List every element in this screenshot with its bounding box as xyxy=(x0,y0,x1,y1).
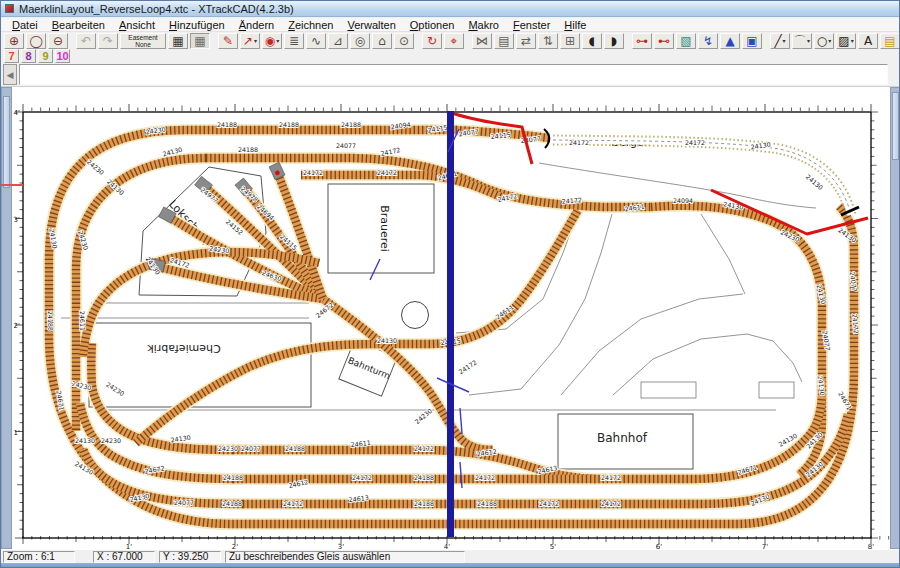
dropdown-arrow-icon[interactable]: ▾ xyxy=(828,38,831,44)
dropdown-arrow-icon[interactable]: ▾ xyxy=(851,38,854,44)
layer-button-9[interactable]: 9 xyxy=(38,49,53,63)
xtrackcad-window: MaerklinLayout_ReverseLoop4.xtc - XTrack… xyxy=(0,0,900,568)
draw-text-button[interactable]: A xyxy=(858,33,878,49)
menu-makro[interactable]: Makro xyxy=(461,19,506,31)
left-scrollbar[interactable] xyxy=(1,87,12,549)
svg-text:24188: 24188 xyxy=(285,445,305,452)
note-button[interactable]: ▤ xyxy=(880,33,900,49)
svg-text:24172: 24172 xyxy=(475,474,495,481)
disconnect-track-icon: ⊷ xyxy=(658,35,670,47)
easement-value: None xyxy=(121,41,165,48)
modify-track-button[interactable]: ◉▾ xyxy=(262,33,282,49)
svg-text:24172: 24172 xyxy=(377,169,397,176)
status-zoom: Zoom : 6:1 xyxy=(3,551,75,563)
svg-text:24188: 24188 xyxy=(222,500,242,507)
bridge-button[interactable]: ◗ xyxy=(604,33,624,49)
profile-button[interactable]: ∿ xyxy=(306,33,326,49)
status-x-coordinate: X : 67.000 xyxy=(93,551,155,563)
map-window-button[interactable]: ▦ xyxy=(168,33,188,49)
describe-track-button[interactable]: ✎ xyxy=(218,33,238,49)
align-button[interactable]: ⊞ xyxy=(560,33,580,49)
svg-text:24188: 24188 xyxy=(223,474,243,481)
switch-motor-button[interactable]: ↯ xyxy=(698,33,718,49)
hotbar: ◀ xyxy=(1,63,899,87)
helix-button[interactable]: ◎ xyxy=(350,33,370,49)
draw-line-button[interactable]: ╱▾ xyxy=(770,33,790,49)
structure-button[interactable]: ⌂ xyxy=(372,33,392,49)
svg-text:24172: 24172 xyxy=(601,500,621,507)
undo-button[interactable]: ↶ xyxy=(76,33,96,49)
rotate-icon: ↻ xyxy=(427,35,437,47)
layer-button-10[interactable]: 10 xyxy=(55,49,70,63)
title-bar[interactable]: MaerklinLayout_ReverseLoop4.xtc - XTrack… xyxy=(1,1,899,17)
control-button[interactable]: ▣ xyxy=(742,33,762,49)
menu-ansicht[interactable]: Ansicht xyxy=(112,19,162,31)
split-track-button[interactable]: ⋈ xyxy=(472,33,492,49)
redo-button[interactable]: ↷ xyxy=(98,33,118,49)
elevation-button[interactable]: ⊿ xyxy=(328,33,348,49)
trim-button[interactable]: ▤ xyxy=(494,33,514,49)
svg-text:24094: 24094 xyxy=(673,197,693,204)
zoom-out-button[interactable]: ⊖ xyxy=(48,33,68,49)
align-icon: ⊞ xyxy=(565,35,575,47)
draw-curve-button[interactable]: ⌒▾ xyxy=(792,33,812,49)
menu-bearbeiten[interactable]: Bearbeiten xyxy=(45,19,112,31)
menu-zeichnen[interactable]: Zeichnen xyxy=(281,19,340,31)
elevation-icon: ⊿ xyxy=(333,35,343,47)
turntable-button[interactable]: ⊙ xyxy=(394,33,414,49)
dropdown-arrow-icon[interactable]: ▾ xyxy=(807,38,810,44)
turntable-icon: ⊙ xyxy=(399,35,409,47)
hotbar-strip[interactable] xyxy=(19,64,888,85)
menu-verwalten[interactable]: Verwalten xyxy=(340,19,402,31)
hotbar-scroll-left-button[interactable]: ◀ xyxy=(3,64,17,85)
svg-text:24172: 24172 xyxy=(414,445,434,452)
flip-horizontal-button[interactable]: ⇄ xyxy=(516,33,536,49)
rotate-button[interactable]: ↻ xyxy=(422,33,442,49)
disconnect-track-button[interactable]: ⊷ xyxy=(654,33,674,49)
block-button[interactable]: ▧ xyxy=(676,33,696,49)
svg-text:24077: 24077 xyxy=(174,499,194,506)
svg-text:24188: 24188 xyxy=(477,500,497,507)
tunnel-button[interactable]: ◖ xyxy=(582,33,602,49)
menu-datei[interactable]: Datei xyxy=(5,19,45,31)
right-scrollbar[interactable] xyxy=(890,87,900,549)
dropdown-arrow-icon[interactable]: ▾ xyxy=(276,38,279,44)
layout-drawing[interactable]: 1'2'3'4'5'6'7'8'1'2'3'4'BrauereiChemiefa… xyxy=(11,87,890,549)
describe-track-icon: ✎ xyxy=(223,35,233,47)
svg-text:24188: 24188 xyxy=(341,121,361,128)
layout-canvas-area[interactable]: 1'2'3'4'5'6'7'8'1'2'3'4'BrauereiChemiefa… xyxy=(1,87,900,549)
app-icon xyxy=(5,4,14,13)
menu-hilfe[interactable]: Hilfe xyxy=(557,19,593,31)
menu-ndern[interactable]: Ändern xyxy=(232,19,281,31)
layer-button-8[interactable]: 8 xyxy=(21,49,36,63)
parallel-track-button[interactable]: ≣ xyxy=(284,33,304,49)
move-button[interactable]: ⌖ xyxy=(444,33,464,49)
draw-circle-button[interactable]: ○▾ xyxy=(814,33,834,49)
svg-text:24188: 24188 xyxy=(217,121,237,128)
dropdown-arrow-icon[interactable]: ▾ xyxy=(254,38,257,44)
layer-button-7[interactable]: 7 xyxy=(4,49,19,63)
easement-button[interactable]: EasementNone xyxy=(120,33,166,49)
undo-icon: ↶ xyxy=(81,35,91,47)
zoom-extents-button[interactable]: ◯ xyxy=(26,33,46,49)
menu-optionen[interactable]: Optionen xyxy=(403,19,462,31)
left-scrollbar-thumb[interactable] xyxy=(3,96,10,188)
svg-text:24188: 24188 xyxy=(414,500,434,507)
flip-vertical-button[interactable]: ⇅ xyxy=(538,33,558,49)
dropdown-arrow-icon[interactable]: ▾ xyxy=(783,38,786,44)
select-track-button[interactable]: ↗▾ xyxy=(240,33,260,49)
snap-grid-button[interactable]: ▦ xyxy=(190,33,210,49)
helix-icon: ◎ xyxy=(355,35,365,47)
zoom-in-button[interactable]: ⊕ xyxy=(4,33,24,49)
svg-text:24172: 24172 xyxy=(352,474,372,481)
menu-fenster[interactable]: Fenster xyxy=(506,19,557,31)
signal-button[interactable]: ▲ xyxy=(720,33,740,49)
draw-shape-button[interactable]: ▨▾ xyxy=(836,33,856,49)
menu-hinzufgen[interactable]: Hinzufügen xyxy=(162,19,232,31)
draw-curve-icon: ⌒ xyxy=(794,35,806,47)
map-window-icon: ▦ xyxy=(172,35,183,47)
svg-text:24172: 24172 xyxy=(685,139,705,146)
right-scrollbar-thumb[interactable] xyxy=(892,92,899,160)
connect-track-button[interactable]: ⊶ xyxy=(632,33,652,49)
svg-text:24172: 24172 xyxy=(457,359,478,376)
